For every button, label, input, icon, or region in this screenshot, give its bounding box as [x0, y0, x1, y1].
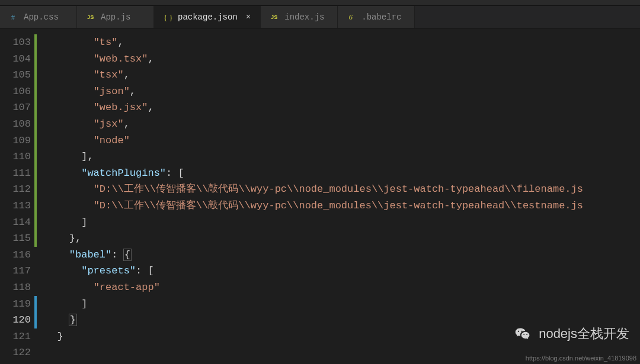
- line-number: 120: [0, 312, 34, 328]
- line-number: 121: [0, 328, 34, 345]
- line-number: 104: [0, 51, 34, 67]
- code-line[interactable]: },: [38, 230, 640, 247]
- line-number: 117: [0, 263, 34, 279]
- code-line[interactable]: "jsx",: [38, 116, 640, 133]
- svg-text:JS: JS: [271, 14, 277, 20]
- babel-icon: 6: [347, 13, 357, 21]
- code-line[interactable]: [38, 344, 640, 361]
- code-line[interactable]: "D:\\工作\\传智播客\\敲代码\\wyy-pc\\node_modules…: [38, 181, 640, 198]
- tab-label: .babelrc: [361, 12, 401, 22]
- svg-text:#: #: [11, 13, 15, 21]
- js-icon: JS: [270, 13, 280, 21]
- code-line[interactable]: ]: [38, 214, 640, 231]
- tab-label: App.js: [101, 12, 130, 22]
- hash-icon: #: [9, 13, 19, 21]
- editor: 1031041051061071081091101111121131141151…: [0, 28, 640, 364]
- line-number-gutter: 1031041051061071081091101111121131141151…: [0, 28, 34, 364]
- code-line[interactable]: "ts",: [38, 34, 640, 51]
- tab-package-json[interactable]: { }package.json×: [154, 6, 261, 28]
- code-line[interactable]: "json",: [38, 83, 640, 100]
- line-number: 109: [0, 133, 34, 149]
- modified-bar: [34, 34, 37, 247]
- tab-label: index.js: [284, 12, 324, 22]
- line-number: 106: [0, 83, 34, 100]
- tab-bar: #App.cssJSApp.js{ }package.json×JSindex.…: [0, 6, 640, 28]
- close-icon[interactable]: ×: [246, 12, 251, 22]
- line-number: 105: [0, 67, 34, 83]
- code-line[interactable]: "presets": [: [38, 263, 640, 279]
- tab-App-js[interactable]: JSApp.js: [77, 6, 154, 28]
- code-line[interactable]: "node": [38, 133, 640, 149]
- line-number: 111: [0, 165, 34, 182]
- tab-App-css[interactable]: #App.css: [0, 6, 77, 28]
- tab--babelrc[interactable]: 6.babelrc: [338, 6, 415, 28]
- tab-label: package.json: [178, 12, 238, 22]
- code-line[interactable]: "web.tsx",: [38, 51, 640, 67]
- code-line[interactable]: "tsx",: [38, 67, 640, 83]
- line-number: 119: [0, 296, 34, 313]
- line-number: 114: [0, 214, 34, 231]
- code-line[interactable]: "babel": {: [38, 247, 640, 263]
- svg-text:JS: JS: [87, 14, 94, 20]
- svg-text:6: 6: [349, 13, 353, 21]
- code-line[interactable]: }: [38, 328, 640, 345]
- tab-index-js[interactable]: JSindex.js: [261, 6, 338, 28]
- code-area[interactable]: "ts", "web.tsx", "tsx", "json", "web.jsx…: [38, 28, 640, 364]
- code-line[interactable]: "D:\\工作\\传智播客\\敲代码\\wyy-pc\\node_modules…: [38, 198, 640, 214]
- modified-bar: [34, 296, 37, 328]
- line-number: 122: [0, 344, 34, 361]
- line-number: 118: [0, 279, 34, 296]
- line-number: 112: [0, 181, 34, 198]
- line-number: 116: [0, 247, 34, 263]
- line-number: 110: [0, 149, 34, 165]
- menubar-fragment: [0, 0, 640, 6]
- code-line[interactable]: ]: [38, 296, 640, 313]
- json-icon: { }: [164, 13, 173, 21]
- line-number: 108: [0, 116, 34, 133]
- line-number: 115: [0, 230, 34, 247]
- code-line[interactable]: "web.jsx",: [38, 99, 640, 116]
- line-number: 113: [0, 198, 34, 214]
- line-number: 103: [0, 34, 34, 51]
- tab-label: App.css: [24, 12, 59, 22]
- code-line[interactable]: ],: [38, 149, 640, 165]
- code-line[interactable]: }: [38, 312, 640, 328]
- js-icon: JS: [87, 13, 96, 21]
- code-line[interactable]: "react-app": [38, 279, 640, 296]
- line-number: 107: [0, 99, 34, 116]
- code-line[interactable]: "watchPlugins": [: [38, 165, 640, 182]
- svg-text:{ }: { }: [164, 13, 173, 21]
